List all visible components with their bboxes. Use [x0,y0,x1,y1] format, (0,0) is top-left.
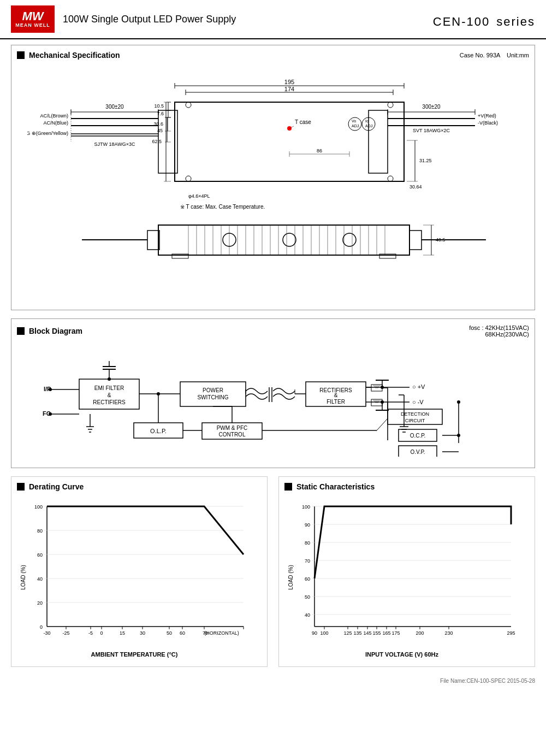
svg-text:φ4.6×4PL: φ4.6×4PL [188,193,210,199]
svg-text:90: 90 [305,522,310,528]
svg-text:O.C.P.: O.C.P. [410,433,426,439]
footer: File Name:CEN-100-SPEC 2015-05-28 [11,675,535,687]
svg-text:FG ⊕(Green/Yellow): FG ⊕(Green/Yellow) [27,131,68,136]
svg-text:POWER: POWER [203,387,223,393]
svg-rect-78 [158,225,410,255]
svg-text:+V(Red): +V(Red) [478,113,496,119]
series-name: CEN-100 series [433,8,535,31]
svg-text:145: 145 [363,630,371,636]
svg-text:7.6: 7.6 [157,111,164,116]
block-diagram-header: Block Diagram fosc : 42KHz(115VAC) 68KHz… [17,324,529,338]
svg-text:&: & [108,392,111,398]
svg-text:300±20: 300±20 [105,104,124,110]
svg-text:10.5: 10.5 [154,103,164,109]
section-square-icon [17,51,25,59]
svg-text:(HORIZONTAL): (HORIZONTAL) [204,630,239,636]
svg-text:O.L.P.: O.L.P. [150,428,167,434]
svg-text:100: 100 [302,504,310,510]
svg-text:SJTW 18AWG×3C: SJTW 18AWG×3C [94,141,135,147]
svg-text:-25: -25 [62,630,69,636]
svg-point-200 [457,400,460,404]
svg-text:60: 60 [180,630,185,636]
svg-text:PWM & PFC: PWM & PFC [217,425,248,431]
svg-text:&: & [334,392,338,398]
svg-text:CIRCUIT: CIRCUIT [405,418,425,423]
mech-section-title: Mechanical Specification [29,51,120,60]
svg-text:90: 90 [312,630,317,636]
svg-text:62.5: 62.5 [152,139,162,144]
block-diagram-title: Block Diagram [29,327,82,335]
svg-text:O.V.P.: O.V.P. [410,449,425,455]
svg-text:-V(Black): -V(Black) [478,120,498,126]
svg-point-135 [108,377,111,381]
main-content: Mechanical Specification Case No. 993A U… [0,39,546,692]
svg-text:20: 20 [37,600,43,606]
svg-rect-104 [147,231,159,250]
mechanical-svg: 195 174 [27,69,519,299]
svg-text:INPUT VOLTAGE (V) 60Hz: INPUT VOLTAGE (V) 60Hz [365,651,439,658]
mechanical-diagram: 195 174 [17,64,529,304]
svg-text:135: 135 [353,630,361,636]
svg-text:RECTIFIERS: RECTIFIERS [93,399,126,405]
svg-text:SVT 18AWG×2C: SVT 18AWG×2C [413,128,450,133]
svg-text:0: 0 [100,630,103,636]
svg-text:86: 86 [317,148,322,153]
svg-text:230: 230 [444,630,453,636]
block-diagram-svg: I/P FG EMI FILTER & RECTIFIERS [27,347,519,457]
svg-text:100: 100 [34,504,43,510]
svg-text:30.6: 30.6 [153,121,163,127]
svg-text:0: 0 [40,624,43,630]
svg-text:ADJ.: ADJ. [365,124,373,128]
svg-text:40.5: 40.5 [436,237,446,243]
company-logo: MW MEAN WELL [11,5,55,33]
svg-text:40: 40 [305,612,310,618]
svg-text:80: 80 [305,540,310,546]
svg-text:CONTROL: CONTROL [219,432,246,438]
svg-text:○ -V: ○ -V [412,399,424,405]
svg-line-203 [377,418,388,430]
svg-text:FILTER: FILTER [327,399,345,405]
svg-text:45: 45 [157,128,163,133]
svg-text:15: 15 [120,630,125,636]
static-char-title: Static Characteristics [296,482,375,491]
svg-text:LOAD (%): LOAD (%) [288,565,294,590]
svg-text:AC/N(Blue): AC/N(Blue) [43,120,68,126]
svg-text:175: 175 [391,630,400,636]
svg-text:AC/L(Brown): AC/L(Brown) [40,113,68,119]
svg-point-74 [388,176,393,181]
svg-rect-105 [410,231,422,250]
block-section-square-icon [17,327,25,335]
svg-text:Vo: Vo [352,119,356,123]
svg-point-112 [343,233,356,246]
svg-text:T case: T case [295,119,311,125]
svg-rect-10 [369,110,388,173]
svg-text:195: 195 [284,79,294,85]
svg-text:○ +V: ○ +V [412,383,425,390]
svg-text:125: 125 [343,630,352,636]
mech-section-header: Mechanical Specification Case No. 993A U… [17,51,529,60]
mech-case-info: Case No. 993A Unit:mm [460,52,529,58]
svg-text:LOAD (%): LOAD (%) [20,565,26,590]
svg-text:60: 60 [305,576,310,582]
static-char-svg: LOAD (%) 100 90 80 70 60 50 [284,495,519,659]
svg-text:SWITCHING: SWITCHING [197,394,228,400]
page-header: MW MEAN WELL 100W Single Output LED Powe… [0,0,546,39]
svg-text:DETECTION: DETECTION [401,411,429,417]
block-diagram-section: Block Diagram fosc : 42KHz(115VAC) 68KHz… [11,318,535,468]
svg-text:ADJ.: ADJ. [352,124,360,128]
derating-square-icon [17,483,25,491]
svg-text:50: 50 [305,594,310,600]
svg-text:174: 174 [284,86,294,92]
svg-text:30: 30 [140,630,145,636]
svg-text:60: 60 [37,552,43,558]
svg-text:155: 155 [372,630,381,636]
product-title: 100W Single Output LED Power Supply [63,14,433,25]
svg-point-111 [283,233,296,246]
static-characteristics-container: Static Characteristics LOAD (%) 100 90 8… [278,476,535,667]
svg-text:※ T case: Max. Case Temperatur: ※ T case: Max. Case Temperature. [180,204,265,210]
svg-text:EMI FILTER: EMI FILTER [94,385,124,391]
svg-text:80: 80 [37,528,43,534]
derating-curve-svg: LOAD (%) 100 80 60 [17,495,252,659]
svg-point-73 [186,176,191,181]
svg-text:-5: -5 [88,630,93,636]
